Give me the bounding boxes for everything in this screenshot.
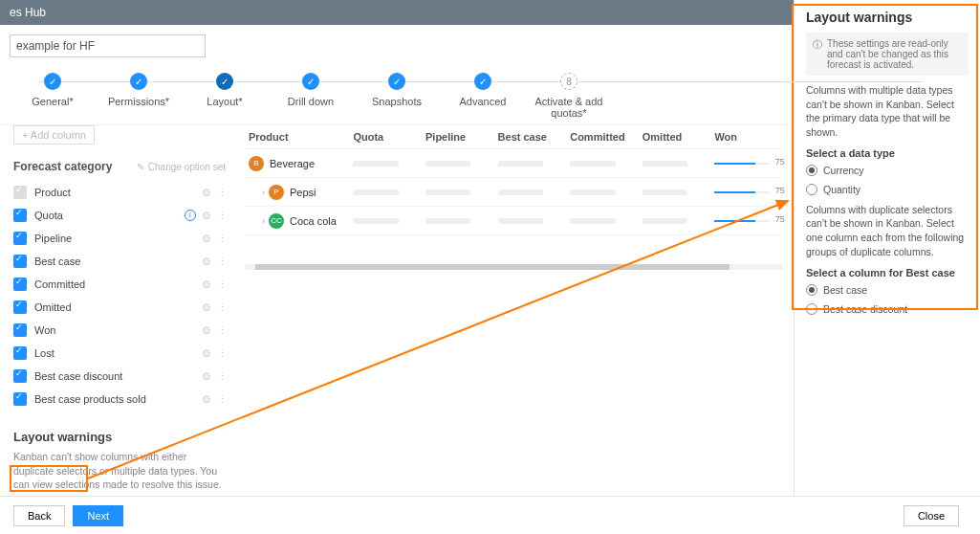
column-label: Committed <box>34 278 85 290</box>
checkbox-icon[interactable] <box>13 369 27 383</box>
more-icon[interactable]: ⋮ <box>217 301 226 314</box>
checkbox-icon[interactable] <box>13 300 27 314</box>
checkbox-icon[interactable] <box>13 392 27 406</box>
step-layout[interactable]: ✓Layout* <box>182 73 268 107</box>
app-title: es Hub <box>10 6 46 19</box>
add-column-button: + Add column <box>13 125 95 145</box>
radio-currency: Currency <box>806 165 969 176</box>
column-item[interactable]: Best case discount⚙⋮ <box>13 365 226 388</box>
chevron-right-icon[interactable]: › <box>262 188 265 197</box>
more-icon[interactable]: ⋮ <box>217 324 226 337</box>
checkbox-icon[interactable] <box>13 255 27 268</box>
col-product: Product <box>245 131 349 143</box>
column-label: Quota <box>34 210 63 221</box>
gear-icon[interactable]: ⚙ <box>202 210 211 222</box>
radio-quantity: Quantity <box>806 184 969 195</box>
checkbox-icon[interactable] <box>13 346 27 360</box>
checkbox-icon[interactable] <box>13 232 27 245</box>
col-pipeline: Pipeline <box>422 131 494 143</box>
more-icon[interactable]: ⋮ <box>217 347 226 360</box>
more-icon[interactable]: ⋮ <box>217 393 226 406</box>
gear-icon[interactable]: ⚙ <box>202 233 211 245</box>
table-row[interactable]: BBeverage75 <box>245 149 783 178</box>
category-label: Forecast category <box>13 160 112 173</box>
chevron-right-icon[interactable]: › <box>262 216 265 226</box>
column-label: Won <box>34 324 55 336</box>
won-value: 75 <box>775 186 785 195</box>
more-icon[interactable]: ⋮ <box>217 210 226 222</box>
gear-icon[interactable]: ⚙ <box>202 187 211 199</box>
next-button[interactable]: Next <box>73 505 123 526</box>
gear-icon[interactable]: ⚙ <box>202 393 211 406</box>
gear-icon[interactable]: ⚙ <box>202 324 211 337</box>
won-value: 75 <box>775 214 785 224</box>
column-item[interactable]: Omitted⚙⋮ <box>13 296 226 319</box>
column-label: Best case products sold <box>34 393 146 405</box>
preview-table: Product Quota Pipeline Best case Committ… <box>239 125 789 489</box>
avatar: B <box>249 156 264 171</box>
panel-para-datatype: Columns with multiple data types can't b… <box>806 83 969 140</box>
layout-warnings-title: Layout warnings <box>13 430 226 444</box>
step-activate[interactable]: 8Activate & add quotas* <box>526 73 612 119</box>
checkbox-icon[interactable] <box>13 209 27 222</box>
forecast-name-input[interactable] <box>10 34 206 57</box>
col-omitted: Omitted <box>639 131 711 143</box>
table-row[interactable]: ›CCCoca cola75 <box>245 207 783 235</box>
gear-icon[interactable]: ⚙ <box>202 347 211 360</box>
more-icon[interactable]: ⋮ <box>217 187 226 199</box>
step-snapshots[interactable]: ✓Snapshots <box>354 73 440 107</box>
step-drilldown[interactable]: ✓Drill down <box>268 73 354 107</box>
columns-config: + Add column Forecast category ✎Change o… <box>0 125 239 489</box>
avatar: P <box>269 185 284 200</box>
col-quota: Quota <box>349 131 422 143</box>
readonly-note: ⓘ These settings are read-only and can't… <box>806 33 969 76</box>
step-advanced[interactable]: ✓Advanced <box>440 73 526 107</box>
pencil-icon: ✎ <box>137 162 144 172</box>
checkbox-icon[interactable] <box>13 323 27 337</box>
panel-title: Layout warnings <box>806 10 969 25</box>
col-won: Won <box>710 131 783 143</box>
won-value: 75 <box>775 157 785 167</box>
checkbox-icon[interactable] <box>13 186 27 199</box>
checkbox-icon[interactable] <box>13 278 27 291</box>
column-item[interactable]: Product⚙⋮ <box>13 181 226 204</box>
step-general[interactable]: ✓General* <box>10 73 96 107</box>
gear-icon[interactable]: ⚙ <box>202 278 211 291</box>
col-bestcase: Best case <box>494 131 567 143</box>
product-name: Beverage <box>270 158 315 169</box>
col-committed: Committed <box>566 131 639 143</box>
more-icon[interactable]: ⋮ <box>217 256 226 268</box>
more-icon[interactable]: ⋮ <box>217 233 226 245</box>
column-item[interactable]: Lost⚙⋮ <box>13 342 226 365</box>
select-column-label: Select a column for Best case <box>806 267 969 278</box>
column-item[interactable]: Best case⚙⋮ <box>13 250 226 273</box>
gear-icon[interactable]: ⚙ <box>202 370 211 383</box>
select-datatype-label: Select a data type <box>806 147 969 159</box>
more-icon[interactable]: ⋮ <box>217 278 226 291</box>
close-button[interactable]: Close <box>904 505 959 526</box>
column-label: Lost <box>34 347 54 359</box>
info-icon[interactable]: i <box>185 210 196 221</box>
avatar: CC <box>269 213 284 229</box>
column-item[interactable]: Won⚙⋮ <box>13 319 226 342</box>
step-permissions[interactable]: ✓Permissions* <box>96 73 182 107</box>
column-item[interactable]: Best case products sold⚙⋮ <box>13 388 226 411</box>
column-label: Product <box>34 187 71 198</box>
change-optionset-link[interactable]: Change option set <box>148 162 226 172</box>
more-icon[interactable]: ⋮ <box>217 370 226 383</box>
gear-icon[interactable]: ⚙ <box>202 301 211 314</box>
column-label: Best case discount <box>34 370 122 382</box>
radio-bestcase-discount: Best case discount <box>806 303 969 315</box>
footer-bar: Back Next Close <box>0 496 980 534</box>
layout-warnings-desc: Kanban can't show columns with either du… <box>13 450 226 492</box>
layout-warnings-panel: Layout warnings ⓘ These settings are rea… <box>794 0 980 534</box>
back-button[interactable]: Back <box>13 505 65 526</box>
column-item[interactable]: Pipeline⚙⋮ <box>13 227 226 250</box>
column-item[interactable]: Committed⚙⋮ <box>13 273 226 296</box>
column-label: Pipeline <box>34 233 72 244</box>
column-item[interactable]: Quotai⚙⋮ <box>13 204 226 227</box>
column-label: Omitted <box>34 301 72 313</box>
gear-icon[interactable]: ⚙ <box>202 256 211 268</box>
horizontal-scrollbar[interactable] <box>245 264 783 270</box>
table-row[interactable]: ›PPepsi75 <box>245 178 783 207</box>
